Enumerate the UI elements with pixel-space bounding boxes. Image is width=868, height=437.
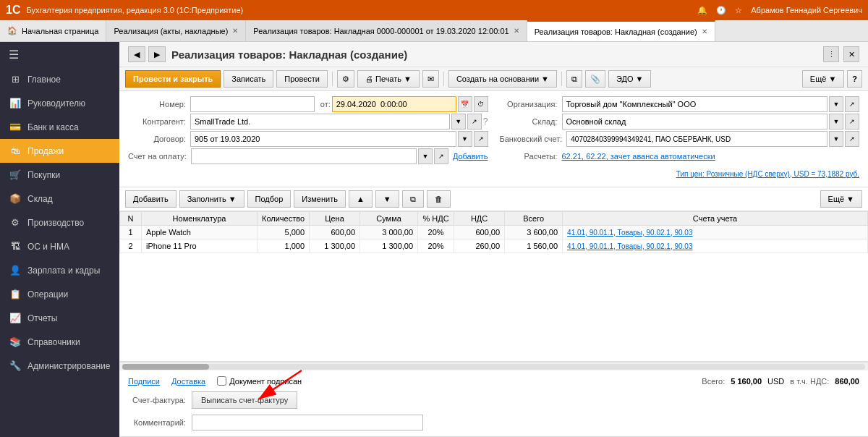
- sidebar-item-reports[interactable]: 📈 Отчеты: [0, 306, 119, 330]
- signs-link[interactable]: Подписи: [128, 377, 160, 386]
- table-row[interactable]: 1 Apple Watch 5,000 600,00 3 000,00 20% …: [120, 226, 868, 239]
- sidebar-item-sales[interactable]: 🛍 Продажи: [0, 139, 119, 163]
- date-input[interactable]: [332, 96, 456, 112]
- table-more-button[interactable]: Ещё ▼: [820, 190, 862, 208]
- cell-accounts[interactable]: 41.01, 90.01.1, Товары, 90.02.1, 90.03: [563, 226, 868, 239]
- close-doc-button[interactable]: ✕: [843, 46, 859, 62]
- payment-open-button[interactable]: ↗: [434, 148, 448, 164]
- contract-select-button[interactable]: ▼: [458, 131, 472, 147]
- contractor-label: Контрагент:: [128, 117, 186, 126]
- sidebar-item-salary[interactable]: 👤 Зарплата и кадры: [0, 258, 119, 282]
- print-icon: 🖨: [365, 75, 373, 83]
- delivery-link[interactable]: Доставка: [171, 377, 205, 386]
- horizontal-scrollbar[interactable]: [119, 362, 868, 370]
- price-type-link[interactable]: Тип цен: Розничные (НДС сверху), USD = 7…: [676, 170, 859, 178]
- contractor-help[interactable]: ?: [483, 116, 488, 127]
- tab-sales-list[interactable]: Реализация (акты, накладные) ✕: [106, 20, 246, 41]
- cell-total: 3 600,00: [505, 226, 563, 239]
- more-options-button[interactable]: ⋮: [823, 46, 839, 62]
- add-payment-link[interactable]: Добавить: [453, 152, 488, 161]
- sidebar-item-bank-label: Банк и касса: [27, 122, 79, 132]
- number-label: Номер:: [128, 100, 186, 109]
- sidebar-item-bank[interactable]: 💳 Банк и касса: [0, 115, 119, 139]
- copy-row-button[interactable]: ⧉: [402, 190, 424, 208]
- select-button[interactable]: Подбор: [247, 190, 292, 208]
- sidebar-item-manager[interactable]: 📊 Руководителю: [0, 91, 119, 115]
- org-open-button[interactable]: ↗: [845, 96, 859, 112]
- contract-input[interactable]: [190, 131, 456, 147]
- help-button[interactable]: ?: [847, 70, 862, 88]
- nav-back-button[interactable]: ◀: [128, 46, 145, 62]
- doc-signed-checkbox[interactable]: [217, 376, 226, 386]
- table-row[interactable]: 2 iPhone 11 Pro 1,000 1 300,00 1 300,00 …: [120, 239, 868, 253]
- more-toolbar-button[interactable]: Ещё ▼: [802, 70, 844, 88]
- sep2: [443, 72, 444, 86]
- number-input[interactable]: [190, 96, 315, 112]
- move-down-button[interactable]: ▼: [375, 190, 399, 208]
- sidebar-item-warehouse[interactable]: 📦 Склад: [0, 187, 119, 211]
- sidebar-item-salary-label: Зарплата и кадры: [27, 266, 100, 276]
- payment-input[interactable]: [191, 148, 417, 164]
- copy-button[interactable]: ⧉: [566, 70, 582, 88]
- email-button[interactable]: ✉: [422, 70, 439, 88]
- warehouse-input[interactable]: [562, 114, 828, 130]
- contractor-input[interactable]: [190, 114, 450, 130]
- change-button[interactable]: Изменить: [294, 190, 346, 208]
- scrollbar-thumb[interactable]: [122, 364, 209, 370]
- vat-value: 860,00: [835, 377, 859, 386]
- bank-input[interactable]: [566, 131, 827, 147]
- move-up-button[interactable]: ▲: [349, 190, 373, 208]
- org-label: Организация:: [500, 100, 558, 109]
- invoice-button[interactable]: Выписать счет-фактуру: [192, 391, 297, 409]
- contractor-select-button[interactable]: ▼: [451, 114, 466, 130]
- sidebar-item-production[interactable]: ⚙ Производство: [0, 211, 119, 234]
- attach-button[interactable]: 📎: [585, 70, 605, 88]
- warehouse-select-button[interactable]: ▼: [829, 114, 843, 130]
- print-button[interactable]: 🖨 Печать ▼: [357, 70, 420, 88]
- sidebar-item-admin[interactable]: 🔧 Администрирование: [0, 354, 119, 378]
- notification-icon[interactable]: 🔔: [697, 6, 707, 15]
- payment-select-button[interactable]: ▼: [418, 148, 433, 164]
- comment-input[interactable]: [192, 415, 423, 430]
- tab-sales-list-close[interactable]: ✕: [232, 27, 238, 35]
- nav-forward-button[interactable]: ▶: [148, 46, 166, 62]
- create-base-button[interactable]: Создать на основании ▼: [448, 70, 557, 88]
- bank-open-button[interactable]: ↗: [845, 131, 859, 147]
- tab-invoice-existing-close[interactable]: ✕: [514, 27, 519, 35]
- sidebar-item-purchases[interactable]: 🛒 Покупки: [0, 163, 119, 187]
- star-icon[interactable]: ☆: [735, 6, 742, 15]
- doc-signed-text: Документ подписан: [229, 377, 302, 386]
- time-button[interactable]: ⏱: [474, 96, 488, 112]
- tab-invoice-existing[interactable]: Реализация товаров: Накладная 0000-00000…: [246, 20, 527, 41]
- warehouse-open-button[interactable]: ↗: [845, 114, 859, 130]
- contract-open-button[interactable]: ↗: [474, 131, 488, 147]
- production-icon: ⚙: [9, 217, 22, 228]
- org-select-button[interactable]: ▼: [829, 96, 843, 112]
- sidebar-item-operations[interactable]: 📋 Операции: [0, 282, 119, 306]
- calendar-button[interactable]: 📅: [458, 96, 472, 112]
- bottom-area: Подписи Доставка Документ подписан Всего…: [119, 370, 868, 437]
- cell-accounts[interactable]: 41.01, 90.01.1, Товары, 90.02.1, 90.03: [563, 239, 868, 253]
- post-close-button[interactable]: Провести и закрыть: [125, 70, 221, 88]
- tab-invoice-new-close[interactable]: ✕: [702, 27, 707, 35]
- cell-price: 600,00: [310, 226, 360, 239]
- sidebar-item-reference[interactable]: 📚 Справочники: [0, 330, 119, 354]
- fill-button[interactable]: Заполнить ▼: [179, 190, 244, 208]
- post-button[interactable]: Провести: [276, 70, 328, 88]
- add-row-button[interactable]: Добавить: [125, 190, 176, 208]
- settings-button[interactable]: ⚙: [337, 70, 354, 88]
- contractor-open-button[interactable]: ↗: [467, 114, 482, 130]
- save-button[interactable]: Записать: [224, 70, 273, 88]
- tab-home[interactable]: 🏠 Начальная страница: [0, 20, 106, 41]
- cell-qty: 5,000: [258, 226, 310, 239]
- tab-invoice-new[interactable]: Реализация товаров: Накладная (создание)…: [527, 20, 715, 41]
- bank-select-button[interactable]: ▼: [829, 131, 843, 147]
- sidebar-toggle[interactable]: ☰: [0, 42, 119, 67]
- delete-row-button[interactable]: 🗑: [427, 190, 451, 208]
- clock-icon[interactable]: 🕐: [716, 6, 726, 15]
- calc-link[interactable]: 62.21, 62.22, зачет аванса автоматически: [562, 152, 715, 161]
- sidebar-item-main[interactable]: ⊞ Главное: [0, 67, 119, 91]
- edo-button[interactable]: ЭДО ▼: [608, 70, 651, 88]
- org-input[interactable]: [562, 96, 828, 112]
- sidebar-item-os[interactable]: 🏗 ОС и НМА: [0, 234, 119, 258]
